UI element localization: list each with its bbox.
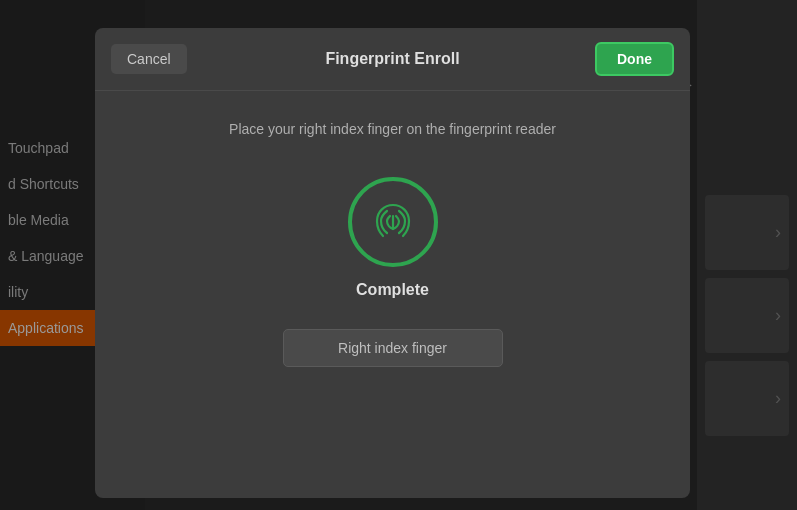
modal-body: Place your right index finger on the fin… <box>95 91 690 498</box>
finger-name-input[interactable] <box>283 329 503 367</box>
fingerprint-enroll-modal: Cancel Fingerprint Enroll Done Place you… <box>95 28 690 498</box>
complete-label: Complete <box>356 281 429 299</box>
modal-header: Cancel Fingerprint Enroll Done <box>95 28 690 91</box>
modal-title: Fingerprint Enroll <box>325 50 459 68</box>
fingerprint-container: Complete <box>348 177 438 299</box>
fingerprint-circle <box>348 177 438 267</box>
cancel-button[interactable]: Cancel <box>111 44 187 74</box>
done-button[interactable]: Done <box>595 42 674 76</box>
instruction-text: Place your right index finger on the fin… <box>229 121 556 137</box>
fingerprint-svg-icon <box>368 197 418 247</box>
